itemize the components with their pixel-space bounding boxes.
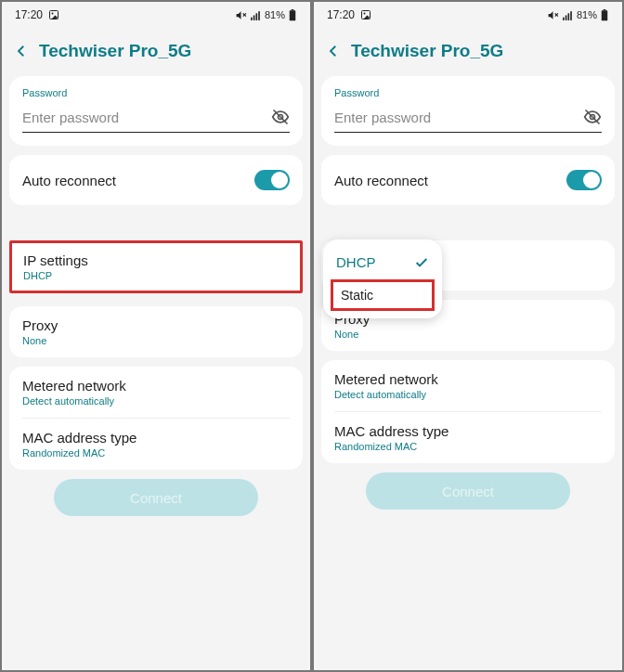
connect-button[interactable]: Connect [366, 472, 570, 510]
ip-settings-value: DHCP [23, 270, 289, 281]
password-input[interactable] [334, 110, 583, 125]
auto-reconnect-row[interactable]: Auto reconnect [9, 155, 303, 205]
mac-row[interactable]: MAC address type Randomized MAC [321, 412, 615, 463]
mute-icon [547, 9, 559, 21]
metered-row[interactable]: Metered network Detect automatically [9, 367, 303, 418]
proxy-row[interactable]: Proxy None [9, 306, 303, 357]
svg-rect-21 [604, 9, 606, 10]
svg-rect-9 [292, 9, 294, 10]
proxy-title: Proxy [22, 317, 290, 333]
back-icon[interactable] [13, 43, 30, 59]
mac-row[interactable]: MAC address type Randomized MAC [9, 419, 303, 470]
auto-reconnect-label: Auto reconnect [334, 173, 428, 188]
auto-reconnect-toggle[interactable] [254, 170, 290, 190]
ip-settings-title: IP settings [23, 252, 289, 268]
status-time: 17:20 [327, 8, 355, 21]
status-bar: 17:20 81% [314, 2, 622, 28]
auto-reconnect-row[interactable]: Auto reconnect [321, 155, 615, 205]
svg-point-1 [52, 13, 54, 15]
metered-value: Detect automatically [22, 395, 290, 407]
mac-title: MAC address type [334, 423, 602, 439]
metered-title: Metered network [334, 371, 602, 387]
dropdown-option-label: Static [341, 288, 373, 303]
svg-rect-20 [602, 10, 608, 20]
mute-icon [235, 9, 247, 21]
battery-pct: 81% [265, 9, 285, 20]
mac-value: Randomized MAC [334, 441, 602, 452]
svg-rect-6 [255, 13, 257, 20]
password-card: Password [321, 76, 615, 146]
page-title: Techwiser Pro_5G [351, 41, 503, 61]
signal-icon [250, 9, 262, 21]
svg-rect-7 [258, 11, 260, 20]
signal-icon [562, 9, 574, 21]
mac-value: Randomized MAC [22, 447, 290, 459]
status-bar: 17:20 81% [2, 2, 310, 28]
connect-button[interactable]: Connect [54, 479, 258, 516]
auto-reconnect-toggle[interactable] [566, 170, 602, 190]
password-card: Password [9, 76, 303, 146]
dropdown-option-label: DHCP [336, 254, 376, 270]
auto-reconnect-label: Auto reconnect [22, 173, 116, 188]
title-bar: Techwiser Pro_5G [2, 28, 310, 76]
svg-rect-19 [570, 11, 572, 20]
battery-pct: 81% [577, 9, 597, 20]
screen-left: 17:20 81% Techwiser Pro_5G Password Auto… [0, 0, 312, 672]
password-label: Password [334, 87, 602, 98]
image-icon [48, 9, 59, 20]
status-time: 17:20 [15, 8, 43, 21]
screen-right: 17:20 81% Techwiser Pro_5G Password Auto… [312, 0, 624, 672]
password-label: Password [22, 87, 290, 98]
network-stack: Metered network Detect automatically MAC… [9, 367, 303, 470]
svg-rect-17 [566, 15, 567, 19]
svg-rect-5 [254, 15, 255, 19]
metered-value: Detect automatically [334, 389, 602, 400]
metered-title: Metered network [22, 378, 290, 394]
proxy-value: None [22, 335, 290, 346]
proxy-value: None [334, 329, 602, 340]
ip-settings-row[interactable]: IP settings DHCP [9, 240, 303, 293]
svg-rect-18 [567, 13, 569, 20]
metered-row[interactable]: Metered network Detect automatically [321, 360, 615, 411]
page-title: Techwiser Pro_5G [39, 41, 191, 61]
image-icon [360, 9, 371, 20]
ip-settings-dropdown: DHCP Static [323, 239, 442, 318]
svg-rect-8 [290, 10, 296, 20]
back-icon[interactable] [325, 43, 342, 59]
svg-rect-4 [251, 17, 253, 19]
battery-icon [600, 9, 609, 21]
title-bar: Techwiser Pro_5G [314, 28, 622, 76]
battery-icon [288, 9, 297, 21]
svg-point-13 [364, 13, 366, 15]
dropdown-option-dhcp[interactable]: DHCP [323, 245, 442, 278]
password-input[interactable] [22, 110, 271, 125]
network-stack: Metered network Detect automatically MAC… [321, 360, 615, 463]
svg-rect-16 [563, 17, 565, 19]
check-icon [414, 255, 429, 270]
dropdown-option-static[interactable]: Static [331, 279, 435, 311]
mac-title: MAC address type [22, 430, 290, 446]
visibility-off-icon[interactable] [271, 108, 290, 126]
visibility-off-icon[interactable] [583, 108, 602, 126]
